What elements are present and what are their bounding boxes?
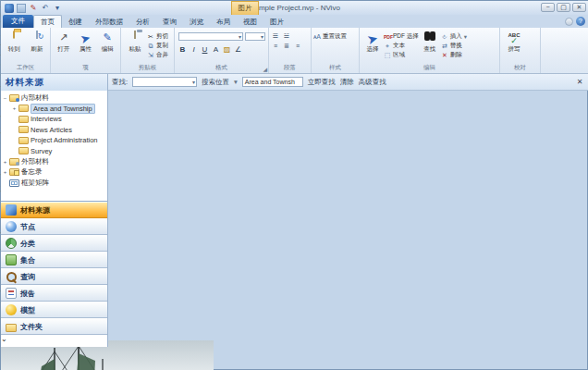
minimize-button[interactable]: − (541, 3, 555, 12)
font-color-button[interactable]: A (212, 45, 220, 54)
underline-button[interactable]: U (201, 45, 209, 54)
tree-item-memos[interactable]: + 备忘录 (1, 167, 107, 179)
region-select-button[interactable]: ⬚区域 (384, 51, 419, 59)
highlight-button[interactable]: ▨ (223, 45, 231, 54)
nav-reports[interactable]: 报告 (1, 285, 107, 302)
nav-sources[interactable]: 材料来源 (1, 202, 107, 218)
group-clipboard: 粘贴 ✂剪切 ⧉复制 ⇲合并 剪贴板 (121, 28, 175, 73)
tree-item-framework-matrices[interactable]: 框架矩阵 (1, 178, 107, 189)
edit-button[interactable]: ✎ 编辑 (96, 30, 118, 54)
tab-analyze[interactable]: 分析 (129, 16, 156, 28)
collapse-icon[interactable]: − (1, 95, 9, 101)
customize-nav-icon[interactable]: ⌄ (1, 335, 7, 343)
region-select-icon: ⬚ (384, 52, 391, 59)
nav-queries[interactable]: 查询 (1, 268, 107, 285)
maximize-button[interactable]: ▢ (557, 3, 570, 12)
title-bar: ✎ ↶ ▾ Sample Project.nvp - NVivo 图片 − ▢ … (1, 1, 588, 15)
insert-button[interactable]: ⎀插入▾ (441, 32, 467, 41)
folder-icon (18, 137, 29, 144)
tree-item-news-articles[interactable]: News Articles (1, 125, 107, 136)
group-label-style: 样式 (312, 64, 359, 72)
bullet-list-icon[interactable]: ☰ (271, 32, 280, 40)
nav-classifications[interactable]: 分类 (1, 235, 107, 252)
collections-icon (6, 254, 17, 265)
clear-button[interactable]: 清除 (340, 78, 354, 87)
folder-icon (18, 116, 29, 123)
tree-item-interviews[interactable]: Interviews (1, 114, 107, 125)
tab-create[interactable]: 创建 (62, 16, 89, 28)
align-icon[interactable]: ≡ (293, 43, 302, 50)
tab-layout[interactable]: 布局 (210, 16, 237, 28)
nav-models[interactable]: 模型 (1, 302, 107, 318)
tree-item-project-administration[interactable]: Project Administration (1, 135, 107, 146)
nvivo-window: ✎ ↶ ▾ Sample Project.nvp - NVivo 图片 − ▢ … (0, 0, 588, 370)
tree-item-survey[interactable]: Survey (1, 146, 107, 157)
nav-folders[interactable]: 文件夹 (1, 318, 107, 335)
find-button[interactable]: 查找 (419, 30, 441, 54)
group-label-workspace: 工作区 (1, 64, 50, 72)
group-label-proofing: 校对 (500, 64, 540, 72)
expand-icon[interactable]: + (10, 105, 18, 111)
copy-button[interactable]: ⧉复制 (147, 42, 168, 50)
tab-picture[interactable]: 图片 (263, 16, 290, 28)
externals-folder-icon (9, 158, 19, 166)
tree-item-area-and-township[interactable]: + Area and Township (1, 104, 107, 115)
delete-icon: ✕ (441, 52, 448, 59)
pdf-select-button[interactable]: PDFPDF 选择 (384, 32, 419, 41)
tab-query[interactable]: 查询 (156, 16, 183, 28)
replace-button[interactable]: ⇄替换 (441, 42, 467, 50)
properties-icon: ➤ (79, 31, 92, 46)
tree-item-internals[interactable]: − 内部材料 (1, 92, 107, 104)
find-bar-close-icon[interactable]: ✕ (574, 78, 585, 86)
search-scope-box[interactable]: Area and Townsh (242, 77, 303, 87)
expand-icon[interactable]: + (1, 169, 9, 175)
go-folder-icon (13, 31, 15, 39)
tab-view[interactable]: 视图 (237, 16, 263, 28)
insert-icon: ⎀ (441, 33, 448, 41)
nav-collections[interactable]: 集合 (1, 252, 107, 268)
cut-button[interactable]: ✂剪切 (147, 32, 168, 41)
spelling-button[interactable]: ABC✓ 拼写 (502, 30, 526, 54)
merge-button[interactable]: ⇲合并 (147, 51, 168, 59)
open-button[interactable]: ↗ 打开 (53, 30, 75, 54)
outdent-icon[interactable]: ≣ (282, 43, 291, 50)
paste-button[interactable]: 粘贴 (123, 30, 147, 54)
group-label-clipboard: 剪贴板 (121, 64, 174, 72)
search-in-dropdown[interactable]: 搜索位置 (202, 78, 229, 87)
strike-button[interactable]: ∠ (234, 45, 242, 54)
bold-button[interactable]: B (178, 45, 187, 54)
tab-file[interactable]: 文件 (3, 15, 33, 28)
find-bar: 查找: 搜索位置 ▾ Area and Townsh 立即查找 清除 高级查找 … (108, 74, 588, 91)
nav-nodes[interactable]: 节点 (1, 218, 107, 235)
group-proofing: ABC✓ 拼写 校对 (500, 28, 541, 73)
indent-icon[interactable]: ≡ (271, 43, 280, 50)
font-family-combo[interactable] (178, 32, 243, 41)
classifications-icon (6, 238, 17, 249)
group-paragraph: ☰ ☱ ≡ ≣ ≡ 段落 (269, 28, 312, 73)
delete-button[interactable]: ✕删除 (441, 51, 467, 59)
help-icon[interactable]: ? (576, 17, 585, 26)
close-button[interactable]: ✕ (572, 3, 586, 12)
text-select-button[interactable]: ⌖文本 (384, 42, 419, 50)
number-list-icon[interactable]: ☱ (282, 32, 291, 40)
find-now-button[interactable]: 立即查找 (308, 78, 336, 87)
reset-settings-button[interactable]: 🗚 重置设置 (313, 30, 347, 38)
tab-explore[interactable]: 浏览 (183, 16, 210, 28)
framework-matrix-icon (9, 179, 19, 187)
select-button[interactable]: ➤ 选择 (361, 30, 384, 54)
properties-button[interactable]: ➤ 属性 (75, 30, 97, 54)
picture-tools-context-header: 图片 (231, 1, 259, 15)
tab-home[interactable]: 首页 (33, 15, 62, 28)
expand-icon[interactable]: + (1, 159, 9, 165)
font-size-combo[interactable] (245, 32, 265, 41)
ribbon-minimize-icon[interactable] (565, 18, 573, 26)
go-to-button[interactable]: 转到 (3, 30, 26, 54)
group-label-paragraph: 段落 (269, 64, 311, 72)
folder-icon (18, 147, 29, 154)
advanced-find-button[interactable]: 高级查找 (359, 78, 386, 87)
tree-item-externals[interactable]: + 外部材料 (1, 156, 107, 167)
refresh-button[interactable]: 刷新 (26, 30, 49, 54)
italic-button[interactable]: I (190, 45, 198, 54)
find-combo[interactable] (132, 77, 197, 87)
tab-external-data[interactable]: 外部数据 (89, 16, 129, 28)
